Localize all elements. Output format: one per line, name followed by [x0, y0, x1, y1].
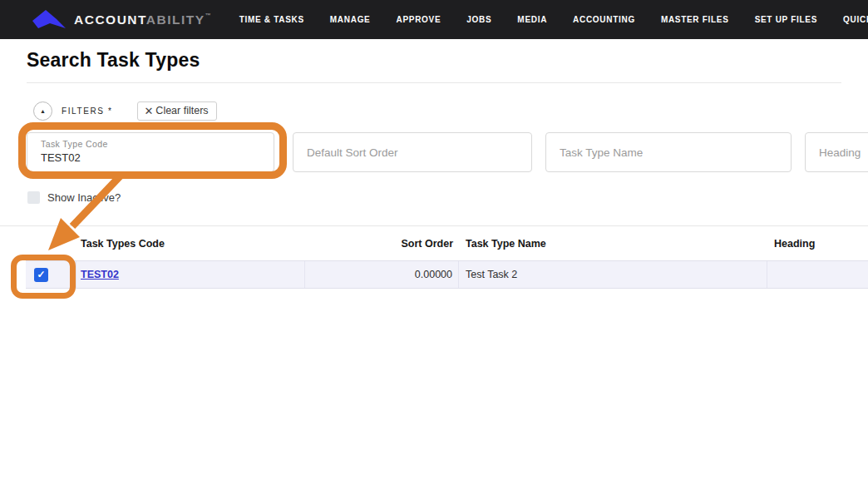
chevron-up-icon: ▲: [40, 108, 46, 114]
show-inactive-label: Show Inactive?: [47, 191, 121, 204]
accountability-logo-icon: [30, 7, 68, 33]
row-checkbox[interactable]: ✓: [34, 268, 48, 282]
row-code-cell: TEST02: [76, 261, 305, 288]
nav-item-media[interactable]: MEDIA: [517, 15, 547, 24]
row-checkbox-cell: ✓: [26, 261, 76, 288]
show-inactive-row: Show Inactive?: [0, 191, 868, 204]
nav-item-approve[interactable]: APPROVE: [397, 15, 441, 24]
results-table: Task Types Code Sort Order Task Type Nam…: [26, 226, 868, 289]
row-heading-cell: [767, 261, 868, 288]
check-icon: ✓: [37, 269, 45, 280]
nav-item-quick-add[interactable]: QUICK ADD: [843, 15, 868, 24]
nav-item-master-files[interactable]: MASTER FILES: [661, 15, 729, 24]
nav-item-jobs[interactable]: JOBS: [466, 15, 491, 24]
filter-fields-row: Task Type Code: [0, 132, 868, 172]
header-task-type-name: Task Type Name: [459, 238, 767, 250]
nav-item-time-tasks[interactable]: TIME & TASKS: [239, 15, 304, 24]
nav-item-set-up-files[interactable]: SET UP FILES: [755, 15, 817, 24]
filters-bar: ▲ FILTERS * ✕ Clear filters: [0, 101, 868, 121]
task-type-name-input[interactable]: [546, 133, 791, 171]
clear-filters-label: Clear filters: [155, 105, 208, 116]
brand-part1: ACCOUNT: [74, 12, 146, 27]
page-header: Search Task Types: [0, 39, 868, 83]
default-sort-order-field[interactable]: [293, 132, 532, 172]
brand-logo-home[interactable]: ACCOUNTABILITY™: [30, 7, 211, 33]
filters-label: FILTERS *: [62, 106, 112, 116]
page-title: Search Task Types: [27, 49, 841, 72]
header-sort-order: Sort Order: [305, 238, 459, 250]
brand-name: ACCOUNTABILITY™: [74, 12, 211, 27]
clear-filters-button[interactable]: ✕ Clear filters: [137, 101, 216, 121]
heading-field[interactable]: [805, 132, 868, 172]
row-sort-order-value: 0.00000: [415, 269, 452, 280]
filters-collapse-button[interactable]: ▲: [33, 101, 52, 121]
heading-input[interactable]: [806, 133, 868, 171]
brand-part2: ABILITY: [146, 12, 205, 27]
close-icon: ✕: [144, 105, 153, 117]
table-header-row: Task Types Code Sort Order Task Type Nam…: [26, 226, 868, 260]
header-divider: [27, 82, 841, 83]
nav-menu: TIME & TASKS MANAGE APPROVE JOBS MEDIA A…: [239, 15, 868, 24]
row-name-value: Test Task 2: [466, 269, 517, 280]
show-inactive-checkbox[interactable]: [27, 191, 40, 204]
row-sort-order-cell: 0.00000: [305, 261, 459, 288]
row-code-link[interactable]: TEST02: [81, 269, 119, 280]
task-type-name-field[interactable]: [545, 132, 792, 172]
nav-item-accounting[interactable]: ACCOUNTING: [573, 15, 635, 24]
row-name-cell: Test Task 2: [459, 261, 767, 288]
nav-item-manage[interactable]: MANAGE: [330, 15, 371, 24]
task-type-code-field[interactable]: Task Type Code: [27, 132, 274, 172]
header-task-types-code: Task Types Code: [76, 238, 305, 250]
header-heading: Heading: [767, 238, 868, 250]
task-type-code-input[interactable]: [41, 151, 262, 164]
task-type-code-field-label: Task Type Code: [41, 139, 108, 149]
top-navigation-bar: ACCOUNTABILITY™ TIME & TASKS MANAGE APPR…: [0, 0, 868, 39]
brand-trademark: ™: [205, 12, 211, 18]
table-row: ✓ TEST02 0.00000 Test Task 2: [26, 260, 868, 289]
default-sort-order-input[interactable]: [293, 133, 531, 171]
